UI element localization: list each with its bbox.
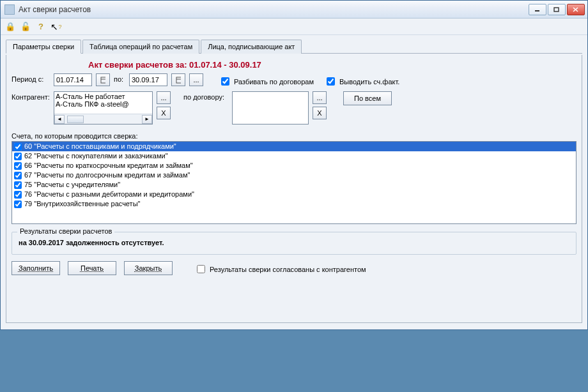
- split-contracts-checkbox-wrap[interactable]: Разбивать по договорам: [219, 73, 314, 87]
- calendar-icon: [100, 76, 105, 84]
- period-to-input[interactable]: [129, 73, 167, 86]
- account-label: 66 "Расчеты по краткосрочным кредитам и …: [24, 161, 193, 170]
- account-checkbox[interactable]: [14, 181, 22, 189]
- horizontal-scrollbar[interactable]: ◄ ►: [54, 114, 152, 124]
- scroll-left-icon[interactable]: ◄: [54, 115, 65, 124]
- account-row[interactable]: 76 "Расчеты с разными дебиторами и креди…: [12, 190, 576, 199]
- tab-signers[interactable]: Лица, подписывающие акт: [201, 40, 302, 54]
- contragent-item[interactable]: А-Сталь ПКФ a-steel@: [56, 100, 151, 108]
- button-row: Заполнить Печать Закрыть Результаты свер…: [12, 261, 576, 275]
- account-row[interactable]: 67 "Расчеты по долгосрочным кредитам и з…: [12, 170, 576, 180]
- contragent-row: Контрагент: А-Сталь Не работает А-Сталь …: [12, 91, 576, 124]
- document-title: Акт сверки расчетов за: 01.07.14 - 30.09…: [12, 59, 576, 73]
- split-contracts-checkbox[interactable]: [221, 77, 229, 86]
- help-icon[interactable]: ?: [35, 21, 47, 33]
- agreed-checkbox[interactable]: [197, 265, 205, 273]
- account-label: 67 "Расчеты по долгосрочным кредитам и з…: [24, 170, 190, 180]
- svg-rect-4: [101, 77, 105, 83]
- tab-operations[interactable]: Таблица операций по расчетам: [82, 40, 199, 54]
- results-fieldset: Результаты сверки расчетов на 30.09.2017…: [12, 232, 576, 255]
- calendar-icon: [176, 76, 181, 84]
- account-checkbox[interactable]: [14, 172, 22, 179]
- split-contracts-label: Разбивать по договорам: [234, 78, 314, 86]
- minimize-button[interactable]: [529, 4, 546, 15]
- all-contracts-button[interactable]: По всем: [343, 91, 392, 105]
- account-checkbox[interactable]: [14, 143, 22, 151]
- account-row[interactable]: 60 "Расчеты с поставщиками и подрядчикам…: [12, 142, 576, 151]
- period-from-input[interactable]: [54, 73, 92, 86]
- agreed-label: Результаты сверки согласованы с контраге…: [210, 266, 366, 273]
- tabs: Параметры сверки Таблица операций по рас…: [6, 39, 582, 54]
- contragent-item[interactable]: А-Сталь Не работает: [56, 93, 151, 100]
- lock-icon[interactable]: 🔒: [4, 21, 16, 33]
- scroll-right-icon[interactable]: ►: [142, 115, 152, 124]
- content-area: Параметры сверки Таблица операций по рас…: [1, 35, 587, 329]
- account-row[interactable]: 62 "Расчеты с покупателями и заказчиками…: [12, 151, 576, 161]
- accounts-fieldset: Счета, по которым проводится сверка: 60 …: [12, 132, 576, 224]
- results-legend: Результаты сверки расчетов: [17, 227, 114, 235]
- contract-list[interactable]: [232, 91, 309, 124]
- print-button[interactable]: Печать: [68, 261, 116, 275]
- window-controls: [529, 4, 585, 15]
- cursor-help-icon[interactable]: ↖?: [50, 21, 62, 33]
- show-invoice-label: Выводить сч.факт.: [339, 78, 399, 86]
- maximize-icon: [553, 7, 560, 12]
- account-label: 62 "Расчеты с покупателями и заказчиками…: [24, 151, 168, 161]
- period-to-label: по:: [114, 73, 125, 83]
- period-select-button[interactable]: ...: [189, 73, 203, 86]
- account-checkbox[interactable]: [14, 153, 22, 160]
- accounts-list[interactable]: 60 "Расчеты с поставщиками и подрядчикам…: [12, 141, 576, 224]
- calendar-from-button[interactable]: [96, 73, 110, 86]
- period-from-label: Период с:: [12, 73, 50, 83]
- show-invoice-checkbox[interactable]: [327, 77, 335, 86]
- minimize-icon: [534, 7, 541, 12]
- period-row: Период с: по: ... Разбивать по договорам: [12, 73, 576, 87]
- lock-gear-icon[interactable]: 🔓: [20, 21, 31, 33]
- tab-parameters[interactable]: Параметры сверки: [6, 40, 81, 54]
- results-text: на 30.09.2017 задолженность отсутствует.: [16, 235, 572, 250]
- calendar-to-button[interactable]: [171, 73, 185, 86]
- account-row[interactable]: 75 "Расчеты с учредителями": [12, 180, 576, 190]
- contragent-clear-button[interactable]: X: [157, 107, 171, 119]
- agreed-checkbox-wrap[interactable]: Результаты сверки согласованы с контраге…: [194, 261, 366, 275]
- contragent-label: Контрагент:: [12, 91, 50, 101]
- contragent-list[interactable]: А-Сталь Не работает А-Сталь ПКФ a-steel@…: [54, 91, 153, 124]
- fill-button[interactable]: Заполнить: [12, 261, 60, 275]
- account-checkbox[interactable]: [14, 162, 22, 170]
- window-title: Акт сверки расчетов: [19, 5, 529, 14]
- close-form-button[interactable]: Закрыть: [124, 261, 173, 275]
- tab-page: Акт сверки расчетов за: 01.07.14 - 30.09…: [6, 55, 582, 323]
- account-label: 60 "Расчеты с поставщиками и подрядчикам…: [24, 142, 176, 151]
- account-row[interactable]: 79 "Внутрихозяйственные расчеты": [12, 199, 576, 209]
- toolbar: 🔒 🔓 ? ↖?: [1, 19, 587, 35]
- contract-label: по договору:: [183, 91, 228, 101]
- accounts-legend: Счета, по которым проводится сверка:: [12, 132, 576, 140]
- account-checkbox[interactable]: [14, 200, 22, 208]
- contract-select-button[interactable]: ...: [313, 91, 327, 104]
- svg-rect-1: [554, 8, 559, 11]
- svg-rect-6: [176, 77, 181, 83]
- account-label: 79 "Внутрихозяйственные расчеты": [24, 199, 140, 209]
- contragent-select-button[interactable]: ...: [157, 91, 171, 104]
- scroll-thumb[interactable]: [67, 116, 84, 123]
- account-row[interactable]: 66 "Расчеты по краткосрочным кредитам и …: [12, 161, 576, 170]
- account-label: 76 "Расчеты с разными дебиторами и креди…: [24, 190, 194, 199]
- close-icon: [573, 7, 579, 12]
- maximize-button[interactable]: [548, 4, 566, 15]
- close-button[interactable]: [567, 4, 585, 15]
- app-icon: [4, 4, 15, 15]
- account-label: 75 "Расчеты с учредителями": [24, 180, 120, 190]
- app-window: Акт сверки расчетов 🔒 🔓 ? ↖? Параметры с…: [0, 0, 588, 330]
- titlebar: Акт сверки расчетов: [1, 1, 587, 19]
- contract-clear-button[interactable]: X: [313, 107, 327, 119]
- show-invoice-checkbox-wrap[interactable]: Выводить сч.факт.: [324, 73, 399, 87]
- account-checkbox[interactable]: [14, 191, 22, 199]
